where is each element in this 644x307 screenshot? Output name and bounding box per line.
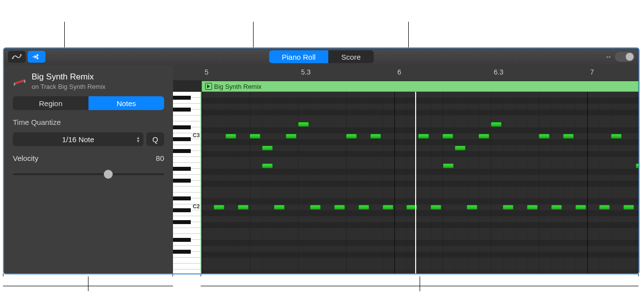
catch-playhead-button[interactable]: [28, 51, 45, 63]
piano-key-black[interactable]: [173, 179, 191, 183]
piano-roll-editor-window: Piano Roll Score ↔ Big Synth Remix on Tr…: [3, 47, 640, 274]
piano-keyboard[interactable]: C3C2: [173, 92, 202, 273]
piano-key[interactable]: [173, 187, 201, 192]
piano-key-black[interactable]: [173, 238, 191, 242]
midi-note[interactable]: [503, 205, 514, 210]
piano-key-black[interactable]: [173, 108, 191, 112]
midi-note[interactable]: [636, 163, 639, 168]
instrument-icon: [13, 75, 27, 88]
piano-key-black[interactable]: [173, 96, 191, 100]
midi-note[interactable]: [262, 163, 273, 168]
piano-key[interactable]: [173, 115, 201, 121]
midi-note[interactable]: [623, 205, 634, 210]
grid-line: [419, 92, 419, 273]
notes-grid[interactable]: [202, 92, 639, 273]
grid-beat-line: [346, 92, 346, 273]
tab-score[interactable]: Score: [329, 50, 374, 63]
midi-note[interactable]: [442, 134, 453, 139]
grid-row: [202, 181, 639, 187]
midi-note[interactable]: [346, 134, 357, 139]
midi-note[interactable]: [467, 205, 477, 210]
velocity-slider-thumb[interactable]: [104, 170, 113, 179]
piano-key-black[interactable]: [173, 196, 191, 200]
grid-container: C3C2: [173, 92, 639, 273]
grid-line: [612, 92, 612, 273]
key-label-c2: C2: [193, 203, 200, 209]
time-quantize-label: Time Quantize: [13, 118, 164, 126]
automation-icon: [12, 53, 22, 60]
grid-line: [431, 92, 431, 273]
tab-piano-roll-label: Piano Roll: [282, 53, 315, 61]
grid-row: [202, 258, 639, 264]
auto-zoom-toggle[interactable]: [615, 52, 635, 62]
svg-point-1: [20, 54, 22, 56]
grid-beat-line: [491, 92, 491, 273]
midi-note[interactable]: [455, 146, 466, 151]
midi-note[interactable]: [443, 163, 454, 168]
playhead[interactable]: [415, 92, 416, 273]
midi-note[interactable]: [430, 205, 441, 210]
inspector-tab-notes[interactable]: Notes: [88, 96, 164, 110]
grid-bar-line: [394, 92, 395, 273]
midi-note[interactable]: [383, 205, 393, 210]
midi-note[interactable]: [358, 205, 369, 210]
midi-note[interactable]: [611, 134, 622, 139]
midi-note[interactable]: [310, 205, 321, 210]
midi-note[interactable]: [250, 134, 260, 139]
play-region-icon[interactable]: [205, 83, 212, 90]
midi-note[interactable]: [262, 146, 273, 151]
grid-beat-line: [250, 92, 250, 273]
midi-note[interactable]: [539, 134, 550, 139]
midi-note[interactable]: [225, 134, 236, 139]
grid-row: [202, 198, 639, 204]
svg-point-0: [12, 58, 14, 59]
midi-note[interactable]: [274, 205, 285, 210]
automation-curve-tool-button[interactable]: [8, 51, 26, 63]
ruler-tick: 5.3: [301, 68, 310, 76]
grid-beat-line: [298, 92, 299, 273]
piano-key-black[interactable]: [173, 208, 191, 212]
grid-line: [515, 92, 515, 273]
midi-note[interactable]: [238, 205, 249, 210]
piano-key-black[interactable]: [173, 125, 191, 129]
midi-note[interactable]: [551, 205, 562, 210]
catch-playhead-icon: [32, 53, 42, 60]
piano-key-black[interactable]: [173, 250, 191, 254]
midi-note[interactable]: [491, 122, 502, 127]
timeline-ruler[interactable]: 55.366.37: [173, 65, 639, 81]
piano-key-black[interactable]: [173, 149, 191, 153]
toggle-knob: [626, 53, 634, 61]
midi-note[interactable]: [563, 134, 574, 139]
key-label-c3: C3: [193, 132, 200, 138]
piano-key-black[interactable]: [173, 220, 191, 224]
piano-key[interactable]: [173, 264, 201, 269]
grid-row: [202, 92, 639, 98]
midi-note[interactable]: [575, 205, 586, 210]
region-header-bar[interactable]: Big Synth Remix: [202, 81, 639, 92]
midi-note[interactable]: [599, 205, 610, 210]
piano-key-black[interactable]: [173, 137, 191, 141]
inspector-tab-region-label: Region: [39, 99, 63, 108]
piano-key-black[interactable]: [173, 167, 191, 171]
piano-key[interactable]: [173, 228, 201, 234]
midi-note[interactable]: [478, 134, 489, 139]
piano-key[interactable]: [173, 258, 201, 264]
grid-line: [262, 92, 262, 273]
piano-key[interactable]: [173, 157, 201, 163]
ruler-tick: 7: [590, 68, 594, 76]
grid-line: [575, 92, 576, 273]
inspector-tab-region[interactable]: Region: [13, 96, 88, 110]
midi-note[interactable]: [418, 134, 429, 139]
midi-note[interactable]: [286, 134, 297, 139]
velocity-slider[interactable]: [13, 173, 164, 175]
quantize-button[interactable]: Q: [146, 132, 164, 146]
midi-note[interactable]: [298, 122, 309, 127]
midi-note[interactable]: [527, 205, 538, 210]
grid-line: [443, 92, 443, 273]
grid-row: [202, 222, 639, 228]
time-quantize-select[interactable]: 1/16 Note ▴▾: [13, 132, 143, 146]
midi-note[interactable]: [334, 205, 345, 210]
midi-note[interactable]: [214, 205, 224, 210]
tab-piano-roll[interactable]: Piano Roll: [269, 50, 328, 63]
midi-note[interactable]: [370, 134, 381, 139]
